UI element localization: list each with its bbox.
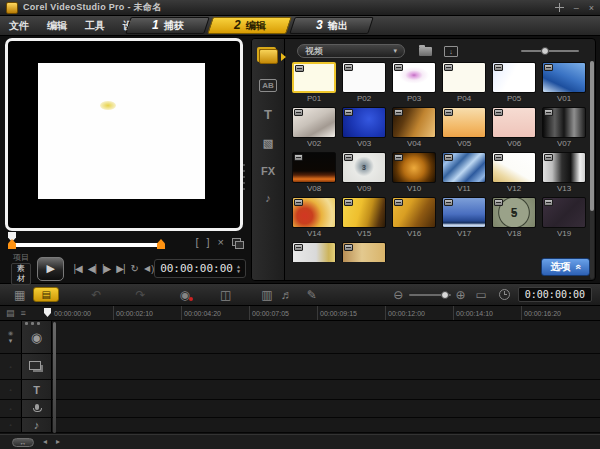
undo-button[interactable]: ↶ xyxy=(91,289,101,301)
video-track-lane[interactable] xyxy=(52,321,600,353)
library-thumbnail[interactable]: V05 xyxy=(439,107,489,152)
timeline-zoom-knob[interactable] xyxy=(441,291,449,299)
library-thumbnail[interactable]: V11 xyxy=(439,152,489,197)
category-graphic-icon[interactable]: ▧ xyxy=(263,137,273,150)
library-thumbnail[interactable]: V08 xyxy=(289,152,339,197)
trim-out-handle[interactable] xyxy=(157,239,165,249)
track-collapse-icon[interactable]: ▾ xyxy=(9,337,13,344)
timeline-ruler[interactable]: ▤ ≡ 00:00:00:0000:00:02:1000:00:04:2000:… xyxy=(0,306,600,321)
minimize-button[interactable]: – xyxy=(574,3,579,13)
library-thumbnail[interactable]: V04 xyxy=(389,107,439,152)
library-thumbnail[interactable]: V19 xyxy=(539,197,589,242)
library-thumbnail[interactable] xyxy=(289,242,339,262)
track-toggle-icon[interactable]: ◦ xyxy=(9,364,11,370)
repeat-button[interactable]: ↻ xyxy=(131,263,138,274)
zoom-slider-knob[interactable] xyxy=(541,47,549,55)
duration-clock-icon[interactable] xyxy=(499,289,510,300)
library-thumbnail[interactable]: P04 xyxy=(439,62,489,107)
library-thumbnail[interactable]: 3V09 xyxy=(339,152,389,197)
track-toggle-icon[interactable]: ◦ xyxy=(9,406,11,412)
track-manager-icon[interactable]: ▤ xyxy=(6,308,15,318)
music-track-header[interactable]: ♪ xyxy=(22,418,52,432)
previous-frame-button[interactable]: ◀| xyxy=(88,263,96,274)
library-thumbnail[interactable]: V02 xyxy=(289,107,339,152)
thumbnail-zoom-slider[interactable] xyxy=(521,47,579,55)
library-thumbnail[interactable]: V16 xyxy=(389,197,439,242)
library-thumbnail[interactable]: V15 xyxy=(339,197,389,242)
options-button[interactable]: 选项 « xyxy=(541,258,590,276)
next-frame-button[interactable]: |▶ xyxy=(102,263,110,274)
home-button[interactable]: |◀ xyxy=(73,263,81,274)
auto-music-button[interactable]: ♬ xyxy=(281,289,293,301)
music-track-lane[interactable] xyxy=(52,418,600,432)
cut-clip-button[interactable]: × xyxy=(218,236,224,248)
record-capture-button[interactable]: ◉ xyxy=(179,289,189,301)
move-window-icon[interactable] xyxy=(555,3,564,12)
library-thumbnail[interactable]: V10 xyxy=(389,152,439,197)
project-mode-label[interactable]: 项目 xyxy=(11,253,31,263)
category-filter-icon[interactable]: FX xyxy=(261,165,275,177)
play-button[interactable]: ▶ xyxy=(37,257,64,281)
media-filter-dropdown[interactable]: 视频 ▾ xyxy=(297,44,405,58)
video-track-toggles[interactable]: ◉ ▾ xyxy=(0,321,22,353)
overlay-track-lane[interactable] xyxy=(52,354,600,379)
storyboard-view-button[interactable]: ▦ xyxy=(14,289,25,301)
volume-button[interactable]: ◀ ) xyxy=(144,264,154,274)
library-thumbnail[interactable]: V14 xyxy=(289,197,339,242)
zoom-in-button[interactable]: ⊕ xyxy=(455,289,465,301)
scrubber-track[interactable] xyxy=(13,243,161,247)
library-thumbnail[interactable] xyxy=(339,242,389,262)
close-button[interactable]: × xyxy=(589,3,594,13)
library-thumbnail[interactable]: V07 xyxy=(539,107,589,152)
category-transition-icon[interactable]: AB xyxy=(259,79,277,92)
library-thumbnail[interactable]: V01 xyxy=(539,62,589,107)
tab-capture[interactable]: 1 捕获 xyxy=(125,17,210,34)
enlarge-preview-icon[interactable] xyxy=(232,238,241,246)
library-scrollbar[interactable] xyxy=(590,61,594,279)
voice-track-header[interactable] xyxy=(22,400,52,417)
menu-edit[interactable]: 编辑 xyxy=(38,19,76,33)
library-thumbnail[interactable]: V12 xyxy=(489,152,539,197)
library-thumbnail[interactable]: P05 xyxy=(489,62,539,107)
timeline-zoom-slider[interactable] xyxy=(409,291,451,299)
title-track-header[interactable]: T xyxy=(22,380,52,399)
category-audio-icon[interactable]: ♪ xyxy=(265,192,271,204)
preview-screen[interactable] xyxy=(5,38,243,231)
sound-mixer-button[interactable]: ◫ xyxy=(220,289,231,301)
panel-resize-handle[interactable] xyxy=(243,164,245,190)
instant-project-button[interactable]: ✎ xyxy=(307,289,317,301)
mark-in-button[interactable]: [ xyxy=(195,236,198,248)
chapter-list-icon[interactable]: ≡ xyxy=(21,308,26,318)
menu-tools[interactable]: 工具 xyxy=(76,19,114,33)
video-track-header[interactable]: ◉ xyxy=(22,321,52,353)
library-thumbnail[interactable]: 5V18 xyxy=(489,197,539,242)
title-track-lane[interactable] xyxy=(52,380,600,399)
timeline-view-button[interactable]: ▤ xyxy=(33,287,59,302)
scroll-left-button[interactable]: ◂ xyxy=(43,438,47,446)
end-button[interactable]: ▶| xyxy=(116,263,124,274)
mix-panel-button[interactable]: ▥ xyxy=(261,289,272,301)
scrollbar-thumb[interactable] xyxy=(590,61,594,211)
category-media-icon[interactable] xyxy=(259,49,278,64)
redo-button[interactable]: ↷ xyxy=(135,289,145,301)
track-header-divider[interactable] xyxy=(53,322,56,433)
import-media-icon[interactable]: ↓ xyxy=(444,46,458,57)
fit-project-button[interactable]: ▭ xyxy=(475,289,486,301)
voice-track-lane[interactable] xyxy=(52,400,600,417)
library-thumbnail[interactable]: P01 xyxy=(289,62,339,107)
zoom-out-button[interactable]: ⊖ xyxy=(393,289,403,301)
track-toggle-icon[interactable]: ◦ xyxy=(9,387,11,393)
track-toggle-icon[interactable]: ◦ xyxy=(9,422,11,428)
add-folder-icon[interactable] xyxy=(419,47,432,56)
timecode-spinner[interactable]: ▲ ▼ xyxy=(237,264,240,274)
preview-timecode[interactable]: 00:00:00:00 ▲ ▼ xyxy=(154,259,246,278)
playback-mode-toggle[interactable]: 项目 素材 xyxy=(11,253,31,285)
library-thumbnail[interactable]: P02 xyxy=(339,62,389,107)
tab-share[interactable]: 3 输出 xyxy=(289,17,374,34)
library-thumbnail[interactable]: V17 xyxy=(439,197,489,242)
menu-file[interactable]: 文件 xyxy=(0,19,38,33)
scroll-right-button[interactable]: ▸ xyxy=(56,438,60,446)
category-title-icon[interactable]: T xyxy=(264,107,272,122)
library-thumbnail[interactable]: V03 xyxy=(339,107,389,152)
timeline-pan-button[interactable]: ↔ xyxy=(12,438,34,447)
